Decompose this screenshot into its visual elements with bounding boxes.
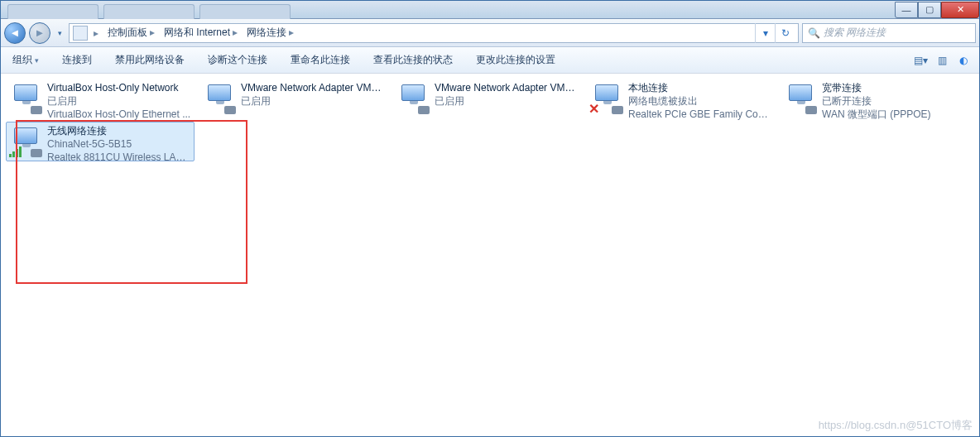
control-panel-icon [73, 26, 88, 41]
connection-item[interactable]: VirtualBox Host-Only Network已启用VirtualBo… [6, 79, 195, 118]
connection-name: 宽带连接 [822, 81, 931, 94]
organize-menu[interactable]: 组织 [9, 50, 42, 70]
address-dropdown[interactable]: ▾ [755, 23, 775, 43]
network-disconnected-icon: ✕ [590, 81, 623, 114]
view-options-icon[interactable]: ▤▾ [913, 53, 928, 68]
breadcrumb-item[interactable]: 控制面板▸ [104, 26, 161, 40]
browser-tab[interactable] [103, 4, 195, 19]
change-settings-button[interactable]: 更改此连接的设置 [473, 50, 559, 70]
disable-device-button[interactable]: 禁用此网络设备 [112, 50, 188, 70]
content-pane: VirtualBox Host-Only Network已启用VirtualBo… [1, 74, 979, 437]
connection-status: 已启用 [435, 94, 579, 108]
search-placeholder: 搜索 网络连接 [824, 26, 886, 40]
breadcrumb-item[interactable]: 网络连接▸ [243, 26, 300, 40]
network-icon [203, 81, 236, 114]
connection-item[interactable]: ✕本地连接网络电缆被拔出Realtek PCIe GBE Family Cont… [587, 79, 776, 118]
close-button[interactable]: ✕ [941, 2, 979, 18]
browser-tab-strip [7, 1, 291, 19]
network-icon [784, 81, 817, 114]
refresh-button[interactable]: ↻ [775, 23, 795, 43]
connection-device: Realtek 8811CU Wireless LAN ... [47, 151, 191, 164]
nav-forward-button[interactable]: ► [29, 22, 50, 44]
breadcrumb-item[interactable]: 网络和 Internet▸ [161, 26, 243, 40]
view-status-button[interactable]: 查看此连接的状态 [370, 50, 456, 70]
window-titlebar: — ▢ ✕ [1, 1, 979, 19]
wifi-connection-icon [9, 124, 42, 157]
rename-button[interactable]: 重命名此连接 [287, 50, 353, 70]
connection-name: VMware Network Adapter VMnet8 [435, 81, 579, 94]
connection-item[interactable]: 无线网络连接ChinaNet-5G-5B15Realtek 8811CU Wir… [6, 122, 195, 161]
connection-status: 已断开连接 [822, 94, 931, 108]
search-icon: 🔍 [808, 27, 820, 39]
connection-device: WAN 微型端口 (PPPOE) [822, 108, 931, 121]
address-bar[interactable]: ▸ 控制面板▸ 网络和 Internet▸ 网络连接▸ ▾ ↻ [69, 23, 799, 43]
connection-item[interactable]: 宽带连接已断开连接WAN 微型端口 (PPPOE) [781, 79, 969, 118]
command-bar: 组织 连接到 禁用此网络设备 诊断这个连接 重命名此连接 查看此连接的状态 更改… [1, 47, 979, 74]
connection-status: ChinaNet-5G-5B15 [47, 137, 191, 151]
connect-to-button[interactable]: 连接到 [59, 50, 95, 70]
network-icon [9, 81, 42, 114]
diagnose-button[interactable]: 诊断这个连接 [204, 50, 271, 70]
connection-device: Realtek PCIe GBE Family Contr... [628, 108, 772, 121]
connection-status: 已启用 [47, 94, 190, 108]
connection-item[interactable]: VMware Network Adapter VMnet1已启用 [199, 79, 388, 118]
browser-tab[interactable] [7, 4, 98, 19]
connection-status: 网络电缆被拔出 [628, 94, 772, 108]
minimize-button[interactable]: — [895, 2, 918, 18]
breadcrumb-item[interactable]: ▸ [88, 27, 104, 39]
nav-history-dropdown[interactable]: ▾ [54, 22, 65, 44]
connection-name: VirtualBox Host-Only Network [47, 81, 190, 94]
connection-item[interactable]: VMware Network Adapter VMnet8已启用 [393, 79, 582, 118]
connection-device: VirtualBox Host-Only Ethernet ... [47, 108, 190, 121]
nav-back-button[interactable]: ◄ [4, 22, 26, 44]
network-icon [396, 81, 430, 114]
connection-name: 无线网络连接 [47, 124, 191, 137]
browser-tab[interactable] [199, 4, 291, 19]
help-icon[interactable]: ◐ [956, 53, 971, 68]
connection-name: VMware Network Adapter VMnet1 [241, 81, 385, 94]
connection-name: 本地连接 [628, 81, 772, 94]
connection-status: 已启用 [241, 94, 385, 108]
watermark-text: https://blog.csdn.n@51CTO博客 [819, 418, 973, 433]
search-input[interactable]: 🔍 搜索 网络连接 [802, 23, 976, 43]
explorer-navbar: ◄ ► ▾ ▸ 控制面板▸ 网络和 Internet▸ 网络连接▸ ▾ ↻ 🔍 … [1, 19, 979, 47]
maximize-button[interactable]: ▢ [918, 2, 941, 18]
preview-pane-icon[interactable]: ▥ [934, 53, 949, 68]
